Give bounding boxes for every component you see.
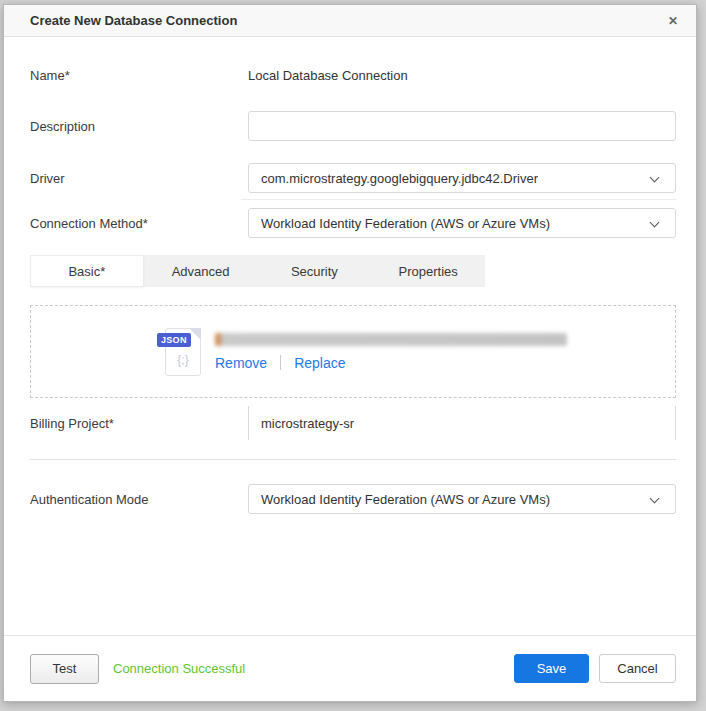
connection-method-label: Connection Method*	[30, 216, 248, 231]
name-row: Name* Local Database Connection	[30, 65, 676, 85]
connection-method-row: Connection Method* Workload Identity Fed…	[30, 208, 676, 238]
connection-method-select[interactable]: Workload Identity Federation (AWS or Azu…	[248, 208, 676, 238]
save-button[interactable]: Save	[514, 654, 589, 683]
driver-section-divider	[241, 199, 676, 200]
braces-icon: {;}	[166, 353, 200, 367]
json-file-icon: JSON {;}	[165, 328, 201, 376]
tab-properties[interactable]: Properties	[371, 255, 485, 287]
create-database-connection-dialog: Create New Database Connection ✕ Name* L…	[3, 4, 697, 702]
dialog-header: Create New Database Connection ✕	[4, 5, 696, 37]
page-fold-icon	[189, 328, 201, 340]
footer-actions: Save Cancel	[514, 654, 676, 683]
name-value: Local Database Connection	[248, 68, 408, 83]
file-dropzone[interactable]: JSON {;} Remove Replace	[30, 305, 676, 398]
tab-bar: Basic* Advanced Security Properties	[30, 255, 485, 287]
test-button[interactable]: Test	[30, 654, 99, 684]
link-separator	[280, 355, 281, 370]
authentication-mode-select[interactable]: Workload Identity Federation (AWS or Azu…	[248, 484, 676, 514]
billing-project-input[interactable]	[248, 406, 676, 440]
description-label: Description	[30, 119, 248, 134]
close-icon[interactable]: ✕	[664, 13, 682, 29]
tab-advanced[interactable]: Advanced	[144, 255, 258, 287]
authentication-mode-select-value: Workload Identity Federation (AWS or Azu…	[261, 492, 550, 507]
tab-basic[interactable]: Basic*	[30, 255, 144, 287]
billing-project-label: Billing Project*	[30, 416, 248, 431]
name-label: Name*	[30, 68, 248, 83]
chevron-down-icon	[650, 173, 660, 183]
uploaded-file-info: Remove Replace	[215, 333, 567, 371]
chevron-down-icon	[650, 494, 660, 504]
file-name-redacted	[215, 333, 567, 346]
page-background: Create New Database Connection ✕ Name* L…	[0, 0, 706, 711]
remove-file-link[interactable]: Remove	[215, 355, 267, 371]
replace-file-link[interactable]: Replace	[294, 355, 345, 371]
driver-row: Driver com.microstrategy.googlebigquery.…	[30, 163, 676, 193]
authentication-mode-row: Authentication Mode Workload Identity Fe…	[30, 484, 676, 514]
driver-select-value: com.microstrategy.googlebigquery.jdbc42.…	[261, 171, 538, 186]
connection-method-select-value: Workload Identity Federation (AWS or Azu…	[261, 216, 550, 231]
dialog-body: Name* Local Database Connection Descript…	[4, 65, 696, 514]
authentication-mode-label: Authentication Mode	[30, 492, 248, 507]
json-badge: JSON	[157, 333, 191, 347]
chevron-down-icon	[650, 218, 660, 228]
driver-label: Driver	[30, 171, 248, 186]
section-divider	[30, 459, 676, 460]
dialog-footer: Test Connection Successful Save Cancel	[4, 635, 696, 701]
description-input[interactable]	[248, 111, 676, 141]
description-row: Description	[30, 111, 676, 141]
tab-security[interactable]: Security	[258, 255, 372, 287]
file-actions: Remove Replace	[215, 355, 567, 371]
driver-select[interactable]: com.microstrategy.googlebigquery.jdbc42.…	[248, 163, 676, 193]
connection-status-text: Connection Successful	[113, 661, 245, 676]
page-title: Create New Database Connection	[30, 13, 237, 28]
cancel-button[interactable]: Cancel	[599, 654, 676, 683]
billing-project-row: Billing Project*	[30, 406, 676, 440]
